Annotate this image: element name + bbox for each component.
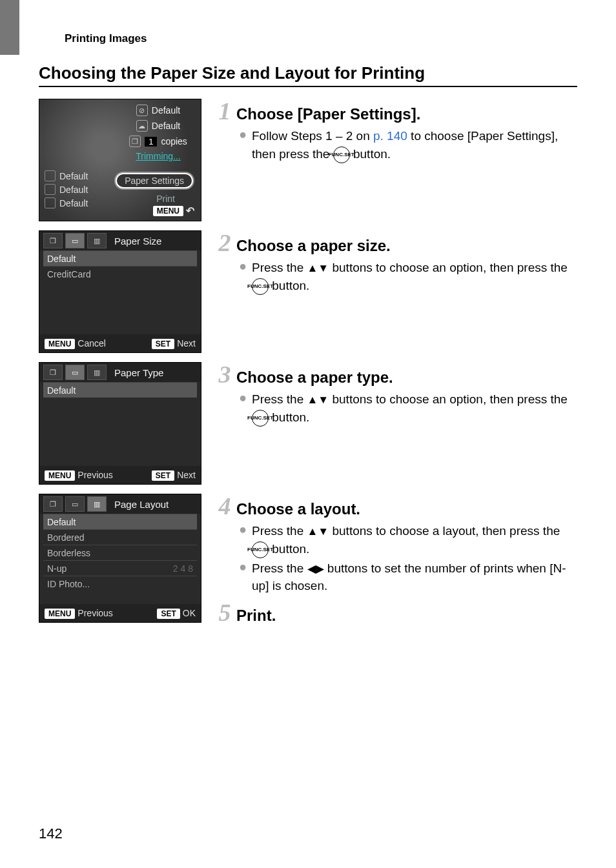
- paper-settings-button: Paper Settings: [116, 173, 193, 188]
- screenshot-paper-size: ❐ ▭ ▥ Paper Size Default CreditCard MENU…: [39, 230, 201, 353]
- list-item: Bordered: [43, 529, 197, 545]
- menu-badge: MENU: [45, 470, 75, 481]
- list-item: ID Photo...: [43, 576, 197, 591]
- paper-type-default-label: Default: [59, 185, 88, 195]
- updown-arrows-icon: ▲▼: [307, 392, 329, 409]
- tab-layout-icon: ▥: [87, 233, 107, 248]
- bullet-dot-icon: ●: [239, 390, 248, 427]
- step-3-number: 3: [213, 362, 236, 387]
- menu-badge: MENU: [45, 609, 75, 619]
- set-badge: SET: [152, 339, 174, 349]
- paper-size-default-label: Default: [59, 171, 88, 181]
- bullet-dot-icon: ●: [239, 560, 248, 595]
- step-4-row: ❐ ▭ ▥ Page Layout Default Bordered Borde…: [39, 494, 577, 629]
- paper-size-title: Paper Size: [114, 236, 161, 247]
- step-2-text-b: buttons to choose an option, then press …: [329, 261, 568, 274]
- step-2-bullet: ● Press the ▲▼ buttons to choose an opti…: [239, 259, 577, 295]
- nup-label: N-up: [47, 561, 67, 576]
- copies-label: copies: [161, 136, 187, 146]
- footer-left-text: Previous: [77, 608, 112, 618]
- footer-left-text: Cancel: [77, 338, 106, 348]
- paper-type-title: Paper Type: [114, 367, 163, 378]
- step-2-number: 2: [213, 230, 236, 255]
- step-3-text-b: buttons to choose an option, then press …: [329, 392, 568, 406]
- set-badge: SET: [152, 470, 174, 481]
- copies-value: 1: [145, 137, 157, 146]
- step-1-text-a: Follow Steps 1 – 2 on: [252, 129, 373, 143]
- list-item: Default: [43, 250, 197, 266]
- effect-value: Default: [152, 121, 180, 131]
- date-value: Default: [152, 105, 180, 116]
- step-2-title: Choose a paper size.: [236, 237, 391, 255]
- step-2-text-a: Press the: [252, 261, 307, 274]
- trimming-link: Trimming...: [136, 151, 180, 161]
- breadcrumb: Printing Images: [65, 32, 577, 45]
- date-icon: ⊘: [136, 105, 148, 116]
- layout-default-label: Default: [59, 198, 88, 208]
- print-button-label: Print: [156, 194, 175, 204]
- tab-type-icon: ▭: [65, 496, 85, 512]
- copies-icon: ❐: [129, 136, 141, 147]
- footer-right-text: Next: [177, 338, 196, 348]
- step-2-text: 2 Choose a paper size. ● Press the ▲▼ bu…: [213, 230, 577, 296]
- func-set-icon: FUNC.SET: [333, 146, 350, 163]
- side-tab: [0, 0, 19, 55]
- footer-left-text: Previous: [77, 470, 112, 480]
- list-item: N-up 2 4 8: [43, 560, 197, 576]
- step-1-text-c: button.: [350, 147, 391, 161]
- footer-left: MENUCancel: [45, 338, 106, 349]
- list-item: CreditCard: [43, 266, 197, 281]
- step-4-number: 4: [213, 494, 236, 518]
- tab-layout-icon: ▥: [87, 365, 107, 380]
- step-3-text: 3 Choose a paper type. ● Press the ▲▼ bu…: [213, 362, 577, 428]
- paper-size-default: Default: [45, 170, 88, 181]
- tab-type-icon: ▭: [65, 233, 85, 248]
- date-setting: ⊘Default: [136, 105, 180, 116]
- step-3-bullet: ● Press the ▲▼ buttons to choose an opti…: [239, 390, 577, 427]
- footer-right: SETOK: [157, 608, 196, 619]
- page-ref-link[interactable]: p. 140: [373, 129, 407, 143]
- func-set-icon: FUNC.SET: [252, 410, 269, 427]
- step-5-number: 5: [213, 600, 236, 625]
- tab-type-icon: ▭: [65, 365, 85, 380]
- footer-right: SETNext: [152, 470, 196, 481]
- updown-arrows-icon: ▲▼: [307, 524, 329, 540]
- list-item: Borderless: [43, 545, 197, 560]
- paper-size-icon: [45, 170, 56, 181]
- bullet-dot-icon: ●: [239, 522, 248, 558]
- step-3-text-a: Press the: [252, 392, 307, 406]
- back-arrow-icon: ↶: [186, 205, 194, 217]
- step-3-text-c: button.: [269, 410, 309, 424]
- page-title: Choosing the Paper Size and Layout for P…: [39, 63, 577, 83]
- step-2-text-c: button.: [269, 279, 309, 292]
- menu-badge: MENU: [153, 206, 183, 216]
- page: Printing Images Choosing the Paper Size …: [0, 0, 616, 868]
- footer-left: MENUPrevious: [45, 608, 113, 619]
- step-1-number: 1: [213, 99, 236, 123]
- updown-arrows-icon: ▲▼: [307, 261, 329, 277]
- step-1-row: ⊘Default ☁Default ❐1copies Trimming... D…: [39, 99, 577, 221]
- step-4-text: 4 Choose a layout. ● Press the ▲▼ button…: [213, 494, 577, 629]
- tab-size-icon: ❐: [43, 365, 63, 380]
- screenshot-print-settings: ⊘Default ☁Default ❐1copies Trimming... D…: [39, 99, 201, 221]
- footer-right: SETNext: [152, 338, 196, 349]
- leftright-arrows-icon: ◀▶: [307, 561, 324, 578]
- layout-icon: [45, 197, 56, 208]
- list-item: Default: [43, 382, 197, 398]
- step-1-text: 1 Choose [Paper Settings]. ● Follow Step…: [213, 99, 577, 165]
- copies-setting: ❐1copies: [129, 136, 187, 147]
- tab-size-icon: ❐: [43, 496, 63, 512]
- step-4-text-a: Press the: [252, 524, 307, 538]
- page-layout-title: Page Layout: [114, 499, 169, 510]
- menu-badge: MENU: [45, 339, 75, 349]
- screenshot-paper-type: ❐ ▭ ▥ Paper Type Default MENUPrevious SE…: [39, 362, 201, 485]
- settings-right-col: ⊘Default ☁Default ❐1copies Trimming...: [119, 105, 197, 161]
- effect-setting: ☁Default: [136, 120, 180, 132]
- list-item: Default: [43, 514, 197, 529]
- nup-values: 2 4 8: [173, 561, 193, 576]
- footer-right-text: Next: [177, 470, 196, 480]
- tab-layout-icon: ▥: [87, 496, 107, 512]
- step-4-text-b: buttons to choose a layout, then press t…: [329, 524, 560, 538]
- bullet-dot-icon: ●: [239, 127, 248, 163]
- step-4-bullet-2: ● Press the ◀▶ buttons to set the number…: [239, 560, 577, 595]
